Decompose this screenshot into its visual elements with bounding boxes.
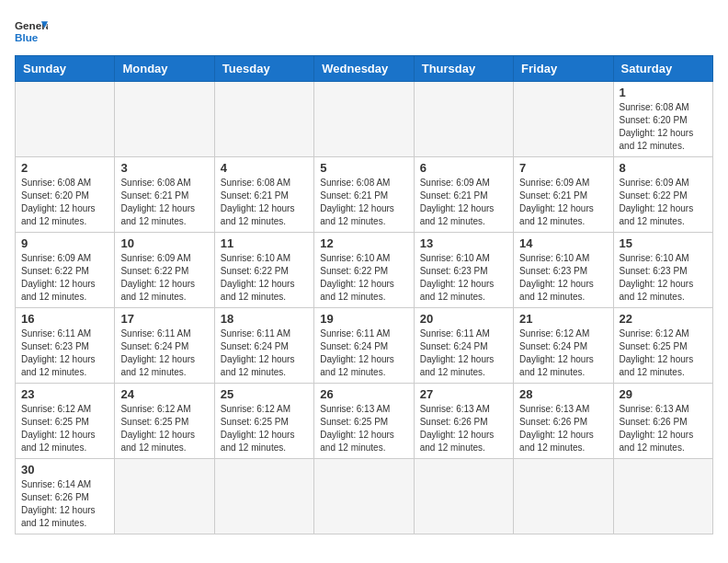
logo: General Blue [15, 15, 48, 48]
day-number: 29 [620, 387, 707, 401]
day-number: 28 [519, 387, 607, 401]
day-number: 10 [120, 236, 208, 250]
calendar-cell: 17Sunrise: 6:11 AM Sunset: 6:24 PM Dayli… [115, 308, 214, 384]
weekday-header-saturday: Saturday [613, 56, 712, 82]
day-number: 15 [620, 236, 707, 250]
day-number: 24 [120, 387, 208, 401]
day-info: Sunrise: 6:13 AM Sunset: 6:26 PM Dayligh… [620, 403, 707, 454]
day-number: 14 [519, 236, 607, 250]
header: General Blue [15, 15, 713, 48]
calendar-body: 1Sunrise: 6:08 AM Sunset: 6:20 PM Daylig… [16, 82, 713, 534]
calendar-cell: 11Sunrise: 6:10 AM Sunset: 6:22 PM Dayli… [214, 233, 313, 308]
day-number: 17 [120, 312, 208, 326]
day-number: 18 [221, 312, 308, 326]
day-number: 9 [21, 236, 108, 250]
weekday-header-wednesday: Wednesday [314, 56, 414, 82]
day-info: Sunrise: 6:09 AM Sunset: 6:22 PM Dayligh… [620, 177, 707, 228]
day-number: 23 [21, 387, 108, 401]
day-number: 1 [620, 86, 707, 99]
calendar-cell [613, 459, 712, 534]
day-number: 8 [620, 161, 707, 175]
weekday-header-tuesday: Tuesday [214, 56, 313, 82]
day-number: 16 [21, 312, 108, 326]
day-number: 6 [420, 161, 507, 175]
calendar-cell: 13Sunrise: 6:10 AM Sunset: 6:23 PM Dayli… [414, 233, 513, 308]
calendar-cell: 28Sunrise: 6:13 AM Sunset: 6:26 PM Dayli… [514, 384, 613, 459]
calendar-cell: 16Sunrise: 6:11 AM Sunset: 6:23 PM Dayli… [16, 308, 115, 384]
day-number: 30 [21, 463, 108, 477]
day-info: Sunrise: 6:11 AM Sunset: 6:24 PM Dayligh… [120, 327, 208, 379]
day-info: Sunrise: 6:12 AM Sunset: 6:25 PM Dayligh… [620, 327, 707, 379]
calendar-cell: 10Sunrise: 6:09 AM Sunset: 6:22 PM Dayli… [115, 233, 214, 308]
calendar-cell [414, 459, 513, 534]
day-info: Sunrise: 6:12 AM Sunset: 6:25 PM Dayligh… [221, 403, 308, 454]
day-number: 11 [221, 236, 308, 250]
weekday-header-friday: Friday [514, 56, 613, 82]
day-number: 2 [21, 161, 108, 175]
day-info: Sunrise: 6:09 AM Sunset: 6:22 PM Dayligh… [120, 252, 208, 304]
calendar-cell: 26Sunrise: 6:13 AM Sunset: 6:25 PM Dayli… [314, 384, 414, 459]
weekday-row: SundayMondayTuesdayWednesdayThursdayFrid… [16, 56, 713, 82]
day-info: Sunrise: 6:10 AM Sunset: 6:23 PM Dayligh… [519, 252, 607, 304]
day-info: Sunrise: 6:08 AM Sunset: 6:20 PM Dayligh… [620, 101, 707, 153]
calendar-row: 30Sunrise: 6:14 AM Sunset: 6:26 PM Dayli… [16, 459, 713, 534]
day-info: Sunrise: 6:10 AM Sunset: 6:23 PM Dayligh… [420, 252, 507, 304]
calendar-row: 16Sunrise: 6:11 AM Sunset: 6:23 PM Dayli… [16, 308, 713, 384]
day-info: Sunrise: 6:12 AM Sunset: 6:24 PM Dayligh… [519, 327, 607, 379]
day-info: Sunrise: 6:09 AM Sunset: 6:21 PM Dayligh… [519, 177, 607, 228]
calendar-cell [314, 82, 414, 157]
day-info: Sunrise: 6:11 AM Sunset: 6:24 PM Dayligh… [221, 327, 308, 379]
day-info: Sunrise: 6:11 AM Sunset: 6:24 PM Dayligh… [420, 327, 507, 379]
day-info: Sunrise: 6:10 AM Sunset: 6:22 PM Dayligh… [221, 252, 308, 304]
calendar-cell: 9Sunrise: 6:09 AM Sunset: 6:22 PM Daylig… [16, 233, 115, 308]
day-number: 4 [221, 161, 308, 175]
calendar-row: 1Sunrise: 6:08 AM Sunset: 6:20 PM Daylig… [16, 82, 713, 157]
calendar-cell: 4Sunrise: 6:08 AM Sunset: 6:21 PM Daylig… [214, 157, 313, 233]
calendar-cell: 23Sunrise: 6:12 AM Sunset: 6:25 PM Dayli… [16, 384, 115, 459]
calendar-row: 23Sunrise: 6:12 AM Sunset: 6:25 PM Dayli… [16, 384, 713, 459]
day-number: 20 [420, 312, 507, 326]
calendar-row: 2Sunrise: 6:08 AM Sunset: 6:20 PM Daylig… [16, 157, 713, 233]
calendar-cell: 8Sunrise: 6:09 AM Sunset: 6:22 PM Daylig… [613, 157, 712, 233]
day-number: 5 [320, 161, 407, 175]
calendar-cell: 15Sunrise: 6:10 AM Sunset: 6:23 PM Dayli… [613, 233, 712, 308]
logo-icon: General Blue [15, 15, 48, 48]
day-info: Sunrise: 6:13 AM Sunset: 6:26 PM Dayligh… [420, 403, 507, 454]
day-number: 25 [221, 387, 308, 401]
calendar-cell [16, 82, 115, 157]
weekday-header-sunday: Sunday [16, 56, 115, 82]
calendar-header: SundayMondayTuesdayWednesdayThursdayFrid… [16, 56, 713, 82]
day-info: Sunrise: 6:08 AM Sunset: 6:21 PM Dayligh… [221, 177, 308, 228]
day-number: 19 [320, 312, 407, 326]
svg-text:Blue: Blue [15, 31, 39, 43]
calendar-cell: 20Sunrise: 6:11 AM Sunset: 6:24 PM Dayli… [414, 308, 513, 384]
day-info: Sunrise: 6:08 AM Sunset: 6:21 PM Dayligh… [120, 177, 208, 228]
day-info: Sunrise: 6:11 AM Sunset: 6:23 PM Dayligh… [21, 327, 108, 379]
calendar-table: SundayMondayTuesdayWednesdayThursdayFrid… [15, 55, 713, 534]
calendar-cell: 27Sunrise: 6:13 AM Sunset: 6:26 PM Dayli… [414, 384, 513, 459]
page-container: General Blue SundayMondayTuesdayWednesda… [15, 15, 713, 534]
calendar-cell: 30Sunrise: 6:14 AM Sunset: 6:26 PM Dayli… [16, 459, 115, 534]
calendar-cell: 6Sunrise: 6:09 AM Sunset: 6:21 PM Daylig… [414, 157, 513, 233]
day-info: Sunrise: 6:08 AM Sunset: 6:21 PM Dayligh… [320, 177, 407, 228]
calendar-cell [514, 459, 613, 534]
day-info: Sunrise: 6:10 AM Sunset: 6:23 PM Dayligh… [620, 252, 707, 304]
calendar-cell: 22Sunrise: 6:12 AM Sunset: 6:25 PM Dayli… [613, 308, 712, 384]
calendar-cell: 25Sunrise: 6:12 AM Sunset: 6:25 PM Dayli… [214, 384, 313, 459]
calendar-cell [214, 82, 313, 157]
day-info: Sunrise: 6:09 AM Sunset: 6:21 PM Dayligh… [420, 177, 507, 228]
weekday-header-monday: Monday [115, 56, 214, 82]
day-number: 21 [519, 312, 607, 326]
day-number: 7 [519, 161, 607, 175]
calendar-cell: 18Sunrise: 6:11 AM Sunset: 6:24 PM Dayli… [214, 308, 313, 384]
day-number: 26 [320, 387, 407, 401]
calendar-cell: 19Sunrise: 6:11 AM Sunset: 6:24 PM Dayli… [314, 308, 414, 384]
day-number: 27 [420, 387, 507, 401]
day-info: Sunrise: 6:12 AM Sunset: 6:25 PM Dayligh… [120, 403, 208, 454]
day-info: Sunrise: 6:13 AM Sunset: 6:26 PM Dayligh… [519, 403, 607, 454]
calendar-cell [414, 82, 513, 157]
calendar-cell: 24Sunrise: 6:12 AM Sunset: 6:25 PM Dayli… [115, 384, 214, 459]
day-info: Sunrise: 6:08 AM Sunset: 6:20 PM Dayligh… [21, 177, 108, 228]
day-number: 13 [420, 236, 507, 250]
calendar-cell: 7Sunrise: 6:09 AM Sunset: 6:21 PM Daylig… [514, 157, 613, 233]
